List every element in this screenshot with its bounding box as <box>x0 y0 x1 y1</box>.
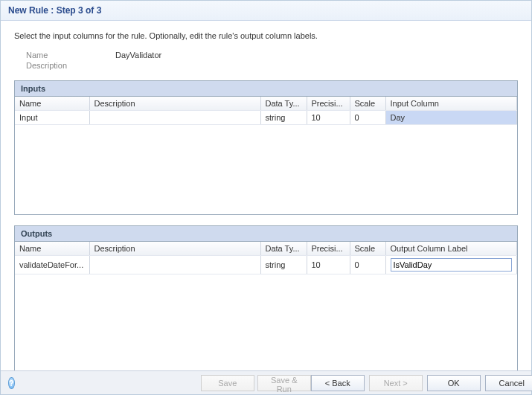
outputs-col-data-type[interactable]: Data Ty... <box>260 242 307 256</box>
rule-description-row: Description <box>26 61 518 70</box>
inputs-col-name[interactable]: Name <box>15 97 89 111</box>
inputs-col-scale[interactable]: Scale <box>350 97 385 111</box>
inputs-cell-name[interactable]: Input <box>15 111 89 125</box>
outputs-cell-description[interactable] <box>89 256 260 274</box>
inputs-cell-description[interactable] <box>89 111 260 125</box>
inputs-body-space <box>15 125 517 214</box>
inputs-col-precision[interactable]: Precisi... <box>307 97 350 111</box>
outputs-cell-output-label[interactable] <box>385 256 517 274</box>
outputs-col-name[interactable]: Name <box>15 242 89 256</box>
back-button[interactable]: < Back <box>311 375 365 391</box>
description-label: Description <box>26 61 115 70</box>
inputs-grid[interactable]: Name Description Data Ty... Precisi... S… <box>15 97 517 125</box>
outputs-col-scale[interactable]: Scale <box>350 242 385 256</box>
ok-button[interactable]: OK <box>427 375 481 391</box>
inputs-col-data-type[interactable]: Data Ty... <box>260 97 307 111</box>
save-button: Save <box>201 375 254 391</box>
next-button: Next > <box>369 375 423 391</box>
outputs-panel-title: Outputs <box>15 226 517 242</box>
outputs-col-description[interactable]: Description <box>89 242 260 256</box>
outputs-cell-scale[interactable]: 0 <box>350 256 385 274</box>
inputs-cell-precision[interactable]: 10 <box>307 111 350 125</box>
footer-bar: ? Save Save & Run < Back Next > OK Cance… <box>1 370 531 394</box>
inputs-col-description[interactable]: Description <box>89 97 260 111</box>
inputs-cell-input-column[interactable]: Day <box>385 111 517 125</box>
outputs-panel: Outputs Name Description Data Ty... Prec… <box>14 225 518 379</box>
outputs-cell-precision[interactable]: 10 <box>307 256 350 274</box>
outputs-body-space <box>15 274 517 379</box>
inputs-panel-title: Inputs <box>15 81 517 97</box>
outputs-cell-name[interactable]: validateDateFor... <box>15 256 89 274</box>
inputs-cell-scale[interactable]: 0 <box>350 111 385 125</box>
rule-name-row: Name DayValidator <box>26 51 518 60</box>
instruction-text: Select the input columns for the rule. O… <box>14 31 518 40</box>
outputs-grid[interactable]: Name Description Data Ty... Precisi... S… <box>15 242 517 274</box>
table-row[interactable]: validateDateFor... string 10 0 <box>15 256 517 274</box>
output-column-label-input[interactable] <box>391 258 513 272</box>
name-value: DayValidator <box>115 51 161 60</box>
outputs-col-precision[interactable]: Precisi... <box>307 242 350 256</box>
name-label: Name <box>26 51 115 60</box>
outputs-cell-data-type[interactable]: string <box>260 256 307 274</box>
inputs-panel: Inputs Name Description Data Ty... Preci… <box>14 80 518 215</box>
dialog-title: New Rule : Step 3 of 3 <box>1 1 531 21</box>
table-row[interactable]: Input string 10 0 Day <box>15 111 517 125</box>
inputs-col-input-column[interactable]: Input Column <box>385 97 517 111</box>
content-area: Select the input columns for the rule. O… <box>1 21 531 379</box>
inputs-cell-data-type[interactable]: string <box>260 111 307 125</box>
inputs-header-row: Name Description Data Ty... Precisi... S… <box>15 97 517 111</box>
help-icon[interactable]: ? <box>8 377 15 389</box>
outputs-col-output-label[interactable]: Output Column Label <box>385 242 517 256</box>
cancel-button[interactable]: Cancel <box>485 375 532 391</box>
save-and-run-button: Save & Run <box>257 375 311 391</box>
outputs-header-row: Name Description Data Ty... Precisi... S… <box>15 242 517 256</box>
